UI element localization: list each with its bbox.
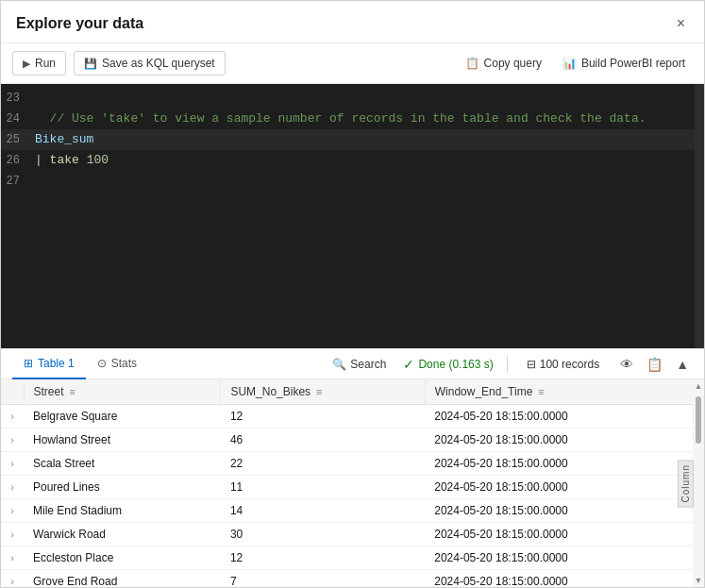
expand-icon[interactable]: › <box>10 411 14 422</box>
row-expand-cell[interactable]: › <box>1 405 24 428</box>
table-row: ›Grove End Road72024-05-20 18:15:00.0000 <box>1 570 704 588</box>
run-icon: ▶ <box>23 58 30 70</box>
search-button[interactable]: 🔍 Search <box>327 354 392 375</box>
run-label: Run <box>35 57 56 70</box>
col-window-end-time-menu-icon[interactable]: ≡ <box>538 386 544 397</box>
cell-time: 2024-05-20 18:15:00.0000 <box>425 546 704 570</box>
col-street-label: Street <box>34 385 64 398</box>
stats-icon: ⊙ <box>97 357 107 370</box>
records-label: 100 records <box>540 358 599 371</box>
close-button[interactable]: × <box>673 14 689 33</box>
scroll-thumb[interactable] <box>696 396 701 444</box>
cell-bikes: 22 <box>221 452 425 476</box>
column-panel-area: Column <box>678 379 693 587</box>
cell-street: Warwick Road <box>24 523 221 546</box>
search-label: Search <box>350 358 386 371</box>
row-expand-cell[interactable]: › <box>1 452 24 476</box>
expand-icon[interactable]: › <box>10 552 14 563</box>
clipboard-button[interactable]: 📋 <box>643 355 666 374</box>
tab-stats-label: Stats <box>111 357 137 370</box>
copy-query-label: Copy query <box>484 57 542 70</box>
dialog-title: Explore your data <box>16 15 143 32</box>
records-icon: ⊟ <box>527 358 536 371</box>
explore-data-dialog: Explore your data × ▶ Run 💾 Save as KQL … <box>0 0 705 588</box>
cell-street: Howland Street <box>24 428 221 452</box>
expand-icon[interactable]: › <box>10 505 14 516</box>
scroll-up-arrow[interactable]: ▲ <box>693 379 704 393</box>
run-button[interactable]: ▶ Run <box>12 51 66 76</box>
row-expand-cell[interactable]: › <box>1 523 24 546</box>
expand-icon[interactable]: › <box>10 529 14 540</box>
table-row: ›Poured Lines112024-05-20 18:15:00.0000 <box>1 476 704 499</box>
code-line-24: 24 // Use 'take' to view a sample number… <box>1 109 704 129</box>
table-scrollbar[interactable]: ▲ ▼ <box>693 379 704 587</box>
col-sum-bikes-menu-icon[interactable]: ≡ <box>316 386 322 397</box>
cell-bikes: 46 <box>221 428 425 452</box>
table-row: ›Howland Street462024-05-20 18:15:00.000… <box>1 428 704 452</box>
copy-query-button[interactable]: 📋 Copy query <box>458 52 549 75</box>
col-street: Street ≡ <box>24 379 221 405</box>
cell-street: Grove End Road <box>24 570 221 588</box>
records-button[interactable]: ⊟ 100 records <box>521 354 605 375</box>
clipboard-icon: 📋 <box>646 357 663 372</box>
code-scrollbar[interactable] <box>695 84 704 348</box>
cell-bikes: 11 <box>221 476 425 499</box>
table-row: ›Scala Street222024-05-20 18:15:00.0000 <box>1 452 704 476</box>
cell-time: 2024-05-20 18:15:00.0000 <box>425 405 704 428</box>
code-content: 23 24 // Use 'take' to view a sample num… <box>1 84 704 195</box>
cell-street: Mile End Stadium <box>24 499 221 523</box>
table-container: Street ≡ SUM_No_Bikes ≡ <box>1 379 704 587</box>
table-row: ›Eccleston Place122024-05-20 18:15:00.00… <box>1 546 704 570</box>
expand-icon[interactable]: › <box>10 481 14 493</box>
tab-actions: 👁 📋 ▲ <box>616 355 693 374</box>
copy-icon: 📋 <box>465 57 479 70</box>
row-expand-cell[interactable]: › <box>1 499 24 523</box>
save-icon: 💾 <box>84 58 97 70</box>
build-powerbi-button[interactable]: 📊 Build PowerBI report <box>555 52 693 75</box>
table1-icon: ⊞ <box>24 357 33 370</box>
cell-bikes: 12 <box>221 546 425 570</box>
col-window-end-time-label: Window_End_Time <box>435 385 533 398</box>
status-label: Done (0.163 s) <box>418 358 493 371</box>
table-header-row: Street ≡ SUM_No_Bikes ≡ <box>1 379 704 405</box>
row-expand-cell[interactable]: › <box>1 428 24 452</box>
cell-street: Belgrave Square <box>24 405 221 428</box>
expand-icon[interactable]: › <box>10 458 14 469</box>
eye-icon: 👁 <box>620 357 633 372</box>
table-body: ›Belgrave Square122024-05-20 18:15:00.00… <box>1 405 704 588</box>
eye-button[interactable]: 👁 <box>616 355 637 374</box>
toolbar-right: 📋 Copy query 📊 Build PowerBI report <box>458 52 693 75</box>
table-row: ›Belgrave Square122024-05-20 18:15:00.00… <box>1 405 704 428</box>
code-line-25: 25 Bike_sum <box>1 129 704 150</box>
build-powerbi-label: Build PowerBI report <box>581 57 685 70</box>
save-kql-label: Save as KQL queryset <box>102 57 215 70</box>
save-kql-button[interactable]: 💾 Save as KQL queryset <box>74 51 226 76</box>
cell-time: 2024-05-20 18:15:00.0000 <box>425 523 704 546</box>
expand-icon[interactable]: › <box>10 576 14 587</box>
code-editor[interactable]: 23 24 // Use 'take' to view a sample num… <box>1 84 704 348</box>
search-icon: 🔍 <box>332 358 346 371</box>
scroll-down-arrow[interactable]: ▼ <box>693 574 704 587</box>
col-window-end-time: Window_End_Time ≡ <box>425 379 704 405</box>
cell-bikes: 7 <box>221 570 425 588</box>
dialog-header: Explore your data × <box>1 1 704 43</box>
toolbar: ▶ Run 💾 Save as KQL queryset 📋 Copy quer… <box>1 43 704 84</box>
cell-time: 2024-05-20 18:15:00.0000 <box>425 452 704 476</box>
collapse-button[interactable]: ▲ <box>672 355 693 374</box>
cell-time: 2024-05-20 18:15:00.0000 <box>425 499 704 523</box>
row-expand-cell[interactable]: › <box>1 546 24 570</box>
tab-stats[interactable]: ⊙ Stats <box>86 349 148 379</box>
cell-street: Poured Lines <box>24 476 221 499</box>
col-expand <box>1 379 24 405</box>
bottom-panel: ⊞ Table 1 ⊙ Stats 🔍 Search ✓ Done (0.163… <box>1 348 704 587</box>
expand-icon[interactable]: › <box>10 434 14 445</box>
row-expand-cell[interactable]: › <box>1 476 24 499</box>
code-line-26: 26 | take 100 <box>1 150 704 171</box>
row-expand-cell[interactable]: › <box>1 570 24 588</box>
column-panel-label[interactable]: Column <box>678 460 694 507</box>
tab-table1[interactable]: ⊞ Table 1 <box>12 349 86 379</box>
tabs-bar: ⊞ Table 1 ⊙ Stats 🔍 Search ✓ Done (0.163… <box>1 349 704 379</box>
col-street-menu-icon[interactable]: ≡ <box>70 386 76 397</box>
code-line-27: 27 <box>1 171 704 192</box>
cell-bikes: 30 <box>221 523 425 546</box>
